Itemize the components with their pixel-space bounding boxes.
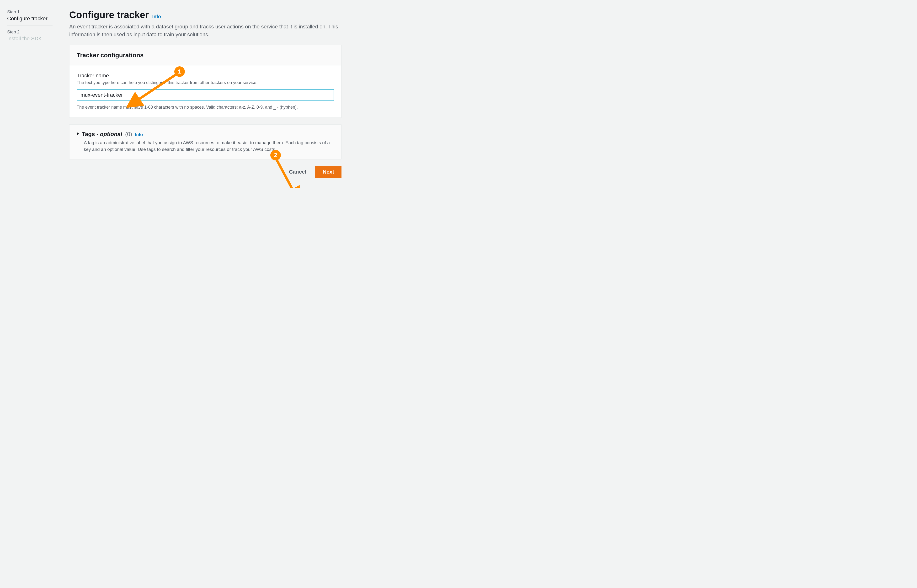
tracker-name-constraint: The event tracker name must have 1-63 ch… [77,104,334,110]
tracker-name-help: The text you type here can help you dist… [77,80,334,86]
wizard-button-row: Cancel Next [69,166,341,178]
step-divider [7,26,53,26]
tracker-name-input[interactable] [77,89,334,101]
caret-right-icon [77,132,79,136]
wizard-steps-sidebar: Step 1 Configure tracker Step 2 Install … [7,10,55,178]
annotation-badge-1: 1 [174,66,185,77]
cancel-button[interactable]: Cancel [285,166,311,178]
step-number: Step 1 [7,10,55,15]
tracker-name-label: Tracker name [77,73,334,79]
tags-title-optional: optional [100,131,122,137]
info-link[interactable]: Info [152,14,161,19]
panel-title: Tracker configurations [77,52,334,59]
step-title: Configure tracker [7,16,55,22]
next-button[interactable]: Next [315,166,341,178]
wizard-step-1[interactable]: Step 1 Configure tracker [7,10,55,22]
step-number: Step 2 [7,30,55,35]
page-title: Configure tracker [69,10,149,20]
tags-expand-row[interactable]: Tags - optional (0) Info [77,131,334,137]
tags-panel: Tags - optional (0) Info A tag is an adm… [69,124,341,159]
step-title: Install the SDK [7,36,55,42]
tags-count: (0) [125,131,132,137]
wizard-step-2[interactable]: Step 2 Install the SDK [7,30,55,42]
tags-title-prefix: Tags - [82,131,100,137]
panel-header: Tracker configurations [70,45,341,65]
tags-info-link[interactable]: Info [135,132,143,137]
tracker-config-panel: Tracker configurations Tracker name The … [69,45,341,118]
page-header: Configure tracker Info An event tracker … [69,10,341,39]
page-subtitle: An event tracker is associated with a da… [69,23,341,39]
annotation-badge-2: 2 [270,150,281,160]
tags-description: A tag is an administrative label that yo… [84,139,334,153]
main-content: Configure tracker Info An event tracker … [69,10,341,178]
